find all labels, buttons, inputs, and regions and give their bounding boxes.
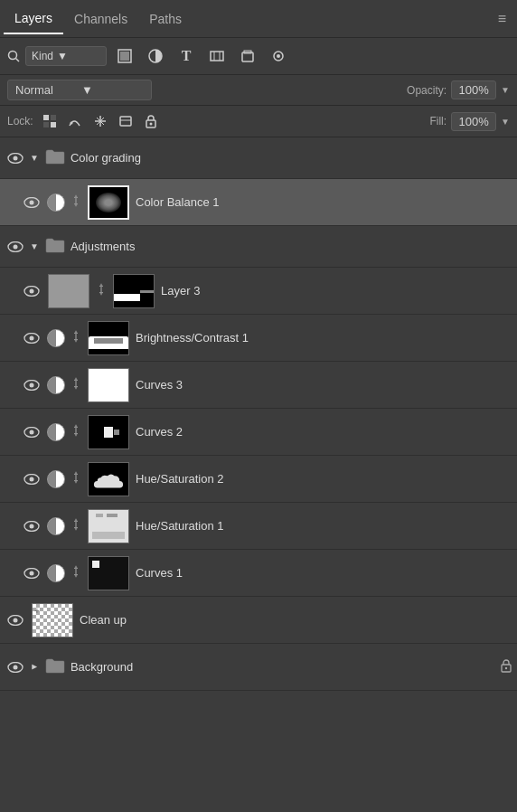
folder-icon (45, 148, 65, 168)
svg-rect-12 (43, 115, 49, 120)
effect-filter-icon[interactable] (266, 43, 291, 69)
panel-menu-icon[interactable]: ≡ (491, 7, 513, 31)
visibility-toggle[interactable] (22, 474, 42, 485)
image-filter-icon[interactable] (112, 43, 137, 69)
layer-name: Curves 3 (136, 378, 512, 392)
collapse-arrow-icon[interactable]: ▼ (29, 663, 39, 672)
visibility-toggle[interactable] (22, 521, 42, 532)
search-icon (7, 50, 20, 62)
svg-point-40 (30, 477, 34, 481)
link-icon (71, 471, 80, 486)
layer-item[interactable]: Hue/Saturation 2 (0, 456, 517, 503)
visibility-toggle[interactable] (5, 241, 25, 252)
link-icon (71, 424, 80, 439)
fill-label: Fill: (429, 115, 446, 127)
layer-item[interactable]: ▼ Background (0, 644, 517, 691)
lock-position-button[interactable] (89, 110, 111, 132)
kind-dropdown[interactable]: Kind ▼ (25, 46, 107, 66)
lock-artboard-button[interactable] (115, 110, 136, 132)
adjustment-layer-icon (47, 517, 65, 535)
opacity-value[interactable]: 100% (451, 80, 496, 99)
lock-pixels-button[interactable] (64, 110, 86, 132)
svg-point-0 (9, 52, 17, 60)
svg-point-30 (14, 244, 18, 249)
blend-mode-label: Normal (15, 83, 78, 97)
layer-name: Curves 2 (136, 425, 512, 439)
layer-item[interactable]: ▼ Adjustments (0, 226, 517, 268)
blend-mode-dropdown[interactable]: Normal ▼ (7, 80, 152, 100)
layer-name: Color grading (70, 151, 512, 165)
adjustment-layer-icon (47, 470, 65, 488)
tab-paths[interactable]: Paths (138, 5, 193, 33)
layer-item[interactable]: ▼ Color grading (0, 137, 517, 179)
fill-value[interactable]: 100% (451, 112, 496, 131)
adjustment-filter-icon[interactable] (143, 43, 168, 69)
visibility-toggle[interactable] (22, 568, 42, 579)
tab-channels[interactable]: Channels (63, 5, 138, 33)
shape-filter-icon[interactable] (204, 43, 230, 69)
layer-name: Hue/Saturation 2 (136, 472, 512, 486)
collapse-arrow-icon[interactable]: ▼ (30, 241, 39, 251)
opacity-chevron-icon[interactable]: ▼ (501, 85, 510, 95)
lock-transparent-button[interactable] (39, 110, 61, 132)
lock-all-button[interactable] (140, 110, 162, 132)
svg-point-26 (14, 156, 18, 160)
visibility-toggle[interactable] (22, 286, 42, 297)
folder-icon (45, 657, 65, 677)
layer-thumbnail (88, 462, 129, 496)
tabs-bar: Layers Channels Paths ≡ (0, 0, 517, 38)
adjustment-layer-icon (47, 564, 65, 582)
layer-thumbnail (88, 368, 129, 402)
lock-row: Lock: (0, 106, 517, 137)
layer-thumbnail (88, 321, 129, 355)
layer-thumbnail (88, 185, 129, 220)
layer-item[interactable]: + Clean up (0, 597, 517, 644)
kind-chevron-icon: ▼ (57, 50, 68, 62)
layer-name: Background (70, 660, 497, 674)
svg-rect-21 (120, 117, 131, 126)
layer-mask-thumbnail (113, 274, 155, 308)
layer-item[interactable]: Curves 2 (0, 409, 517, 456)
layer-name: Brightness/Contrast 1 (136, 331, 512, 345)
layer-item[interactable]: Curves 3 (0, 362, 517, 409)
layer-item[interactable]: Brightness/Contrast 1 (0, 315, 517, 362)
svg-point-32 (30, 288, 34, 293)
svg-rect-13 (51, 122, 56, 127)
layer-item[interactable]: Layer 3 (0, 268, 517, 315)
visibility-toggle[interactable] (22, 197, 42, 208)
visibility-toggle[interactable] (22, 380, 42, 391)
collapse-arrow-icon[interactable]: ▼ (30, 153, 39, 163)
layer-name: Color Balance 1 (136, 195, 512, 209)
visibility-toggle[interactable] (22, 333, 42, 344)
adjustment-layer-icon (47, 423, 65, 441)
visibility-toggle[interactable] (5, 615, 25, 626)
layer-item[interactable]: Curves 1 (0, 550, 517, 597)
tab-layers[interactable]: Layers (4, 4, 63, 34)
svg-point-48 (14, 665, 18, 669)
visibility-toggle[interactable] (22, 427, 42, 438)
layer-item[interactable]: Hue/Saturation 1 (0, 503, 517, 550)
fill-chevron-icon[interactable]: ▼ (501, 117, 510, 127)
svg-point-28 (30, 200, 34, 204)
adjustment-layer-icon (47, 194, 65, 212)
link-icon (71, 377, 80, 392)
filter-row: Kind ▼ T (0, 38, 517, 75)
blend-row: Normal ▼ Opacity: 100% ▼ (0, 75, 517, 106)
link-icon (97, 283, 106, 298)
layers-list: ▼ Color grading Color Balance 1 ▼ (0, 137, 517, 792)
layer-thumbnail (48, 274, 89, 308)
visibility-toggle[interactable] (5, 153, 25, 164)
link-icon (71, 330, 80, 345)
layer-thumbnail (88, 556, 129, 590)
layer-item[interactable]: Color Balance 1 (0, 179, 517, 226)
link-icon (71, 518, 80, 533)
link-icon (71, 565, 80, 581)
visibility-toggle[interactable] (5, 662, 25, 673)
svg-line-1 (16, 59, 20, 62)
fill-section: Fill: 100% ▼ (429, 112, 510, 131)
svg-point-11 (277, 54, 280, 58)
link-icon (71, 194, 80, 210)
smartobject-filter-icon[interactable] (235, 43, 260, 69)
layer-lock-icon (501, 659, 512, 675)
text-filter-icon[interactable]: T (174, 43, 199, 69)
